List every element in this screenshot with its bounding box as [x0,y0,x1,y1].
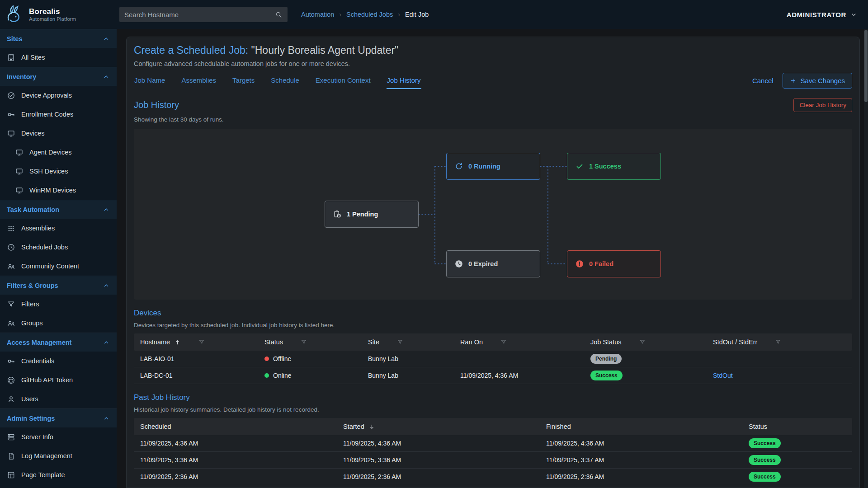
sidebar-item-devices[interactable]: Devices [0,124,117,143]
funnel-icon[interactable] [639,339,646,345]
sidebar-item-github-api-token[interactable]: GitHub API Token [0,371,117,389]
column-header-started[interactable]: Started [337,423,540,430]
nav-section-sites[interactable]: Sites [0,29,117,48]
scheduled-label: 11/09/2025, 3:36 AM [140,456,198,464]
user-label: ADMINISTRATOR [787,11,846,19]
column-header-hostname[interactable]: Hostname [134,338,258,346]
save-changes-button[interactable]: Save Changes [783,73,852,89]
sidebar-item-all-sites[interactable]: All Sites [0,48,117,67]
job-status-badge: Pending [590,354,622,364]
sidebar-item-community-content[interactable]: Community Content [0,257,117,276]
sidebar-item-credentials[interactable]: Credentials [0,352,117,371]
sidebar-item-ssh-devices[interactable]: SSH Devices [0,162,117,181]
chevron-up-icon [103,282,110,289]
history-row: 11/09/2025, 4:36 AM11/09/2025, 4:36 AM11… [134,435,852,452]
site-label: Bunny Lab [368,372,398,379]
column-label: Hostname [140,338,170,346]
sidebar-item-label: Agent Devices [29,149,72,156]
sidebar-item-winrm-devices[interactable]: WinRM Devices [0,181,117,200]
column-header-status[interactable]: Status [258,338,362,346]
column-label: Scheduled [140,423,171,430]
funnel-icon[interactable] [775,339,781,345]
sidebar-item-server-info[interactable]: Server Info [0,427,117,446]
breadcrumb-item-scheduled-jobs[interactable]: Scheduled Jobs [346,11,393,18]
chevron-up-icon [103,73,110,80]
history-status-badge: Success [749,455,781,465]
history-table-body: 11/09/2025, 4:36 AM11/09/2025, 4:36 AM11… [134,435,852,485]
tab-execution-context[interactable]: Execution Context [315,75,371,89]
building-icon [7,53,15,62]
scrollbar-thumb[interactable] [864,30,868,102]
sidebar-item-log-management[interactable]: Log Management [0,446,117,465]
error-icon [575,259,584,268]
column-header-ran-on[interactable]: Ran On [454,338,584,346]
nav-section-access-management[interactable]: Access Management [0,333,117,352]
page-title-prefix: Create a Scheduled Job: [134,44,248,56]
sidebar-item-label: Credentials [21,357,54,365]
sidebar-item-users[interactable]: Users [0,389,117,408]
scrollbar[interactable] [864,29,868,488]
clear-job-history-button[interactable]: Clear Job History [793,98,852,112]
sidebar-item-page-template[interactable]: Page Template [0,465,117,484]
scheduled-cell: 11/09/2025, 3:36 AM [134,456,337,464]
hostname-label: LAB-AIO-01 [140,355,174,362]
stdout-link[interactable]: StdOut [713,372,733,379]
search-input[interactable] [124,11,271,19]
tab-schedule[interactable]: Schedule [270,75,300,89]
column-header-status[interactable]: Status [742,423,852,430]
funnel-icon[interactable] [500,339,507,345]
sidebar-item-enrollment-codes[interactable]: Enrollment Codes [0,105,117,124]
stdout-cell: StdOut [707,372,852,379]
column-header-finished[interactable]: Finished [540,423,742,430]
job-history-heading: Job History [134,100,179,110]
brand: Borealis Automation Platform [0,4,117,25]
started-cell: 11/09/2025, 4:36 AM [337,440,540,447]
pending-status-card[interactable]: 1 Pending [325,201,419,228]
sidebar-item-groups[interactable]: Groups [0,314,117,333]
cancel-button[interactable]: Cancel [752,77,774,84]
tab-assemblies[interactable]: Assemblies [181,75,217,89]
history-status-badge: Success [749,472,781,482]
column-header-scheduled[interactable]: Scheduled [134,423,337,430]
tab-job-history[interactable]: Job History [387,75,421,89]
breadcrumb: Automation›Scheduled Jobs›Edit Job [301,11,429,18]
column-header-stdout-stderr[interactable]: StdOut / StdErr [707,338,852,346]
expired-count-label: 0 Expired [468,260,498,267]
started-cell: 11/09/2025, 3:36 AM [337,456,540,464]
funnel-icon[interactable] [301,339,307,345]
started-label: 11/09/2025, 3:36 AM [343,456,401,464]
failed-status-card[interactable]: 0 Failed [567,250,661,277]
column-label: Finished [546,423,571,430]
past-job-history-description: Historical job history summaries. Detail… [134,406,852,413]
check-icon [575,162,584,171]
sidebar-item-filters[interactable]: Filters [0,295,117,314]
nav-section-task-automation[interactable]: Task Automation [0,200,117,219]
success-status-card[interactable]: 1 Success [567,153,661,180]
column-header-job-status[interactable]: Job Status [584,338,707,346]
sidebar-item-agent-devices[interactable]: Agent Devices [0,143,117,162]
hostname-search[interactable] [119,7,288,22]
monitor-icon [7,129,15,138]
template-icon [7,471,15,479]
tab-targets[interactable]: Targets [232,75,255,89]
finished-cell: 11/09/2025, 2:36 AM [540,473,742,480]
sidebar-item-scheduled-jobs[interactable]: Scheduled Jobs [0,238,117,257]
funnel-icon[interactable] [397,339,403,345]
sidebar-item-device-approvals[interactable]: Device Approvals [0,86,117,105]
column-label: Status [264,338,283,346]
history-row: 11/09/2025, 2:36 AM11/09/2025, 2:36 AM11… [134,469,852,485]
breadcrumb-item-automation[interactable]: Automation [301,11,334,18]
tab-job-name[interactable]: Job Name [134,75,165,89]
chevron-up-icon [103,415,110,422]
funnel-icon[interactable] [198,339,205,345]
sidebar-item-assemblies[interactable]: Assemblies [0,219,117,238]
expired-status-card[interactable]: 0 Expired [446,250,540,277]
running-status-card[interactable]: 0 Running [446,153,540,180]
page-subtitle: Configure advanced schedulable automatio… [134,60,852,67]
sidebar-item-label: All Sites [21,54,45,61]
column-header-site[interactable]: Site [362,338,454,346]
nav-section-filters-groups[interactable]: Filters & Groups [0,276,117,295]
user-menu[interactable]: ADMINISTRATOR [787,11,857,19]
nav-section-inventory[interactable]: Inventory [0,67,117,86]
nav-section-admin-settings[interactable]: Admin Settings [0,408,117,427]
